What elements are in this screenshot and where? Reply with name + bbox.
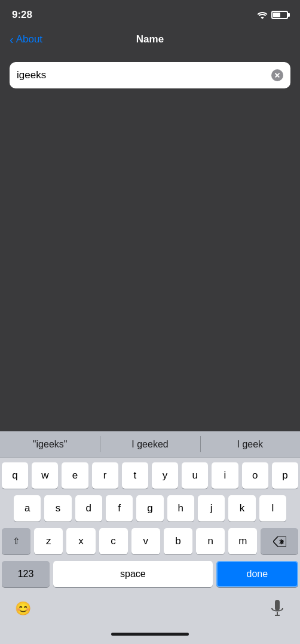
key-row-3: ⇧ z x c v b n m (2, 528, 298, 554)
home-indicator (0, 624, 300, 644)
key-k[interactable]: k (228, 495, 255, 522)
autocomplete-item-1[interactable]: I geeked (100, 431, 200, 457)
key-f[interactable]: f (106, 495, 133, 522)
status-bar: 9:28 (0, 0, 300, 26)
page-title: Name (136, 33, 164, 45)
bottom-bar: 😊 (0, 596, 300, 624)
name-input[interactable] (17, 69, 271, 81)
backspace-icon (273, 536, 286, 547)
key-w[interactable]: w (32, 462, 58, 489)
key-row-4: 123 space done (2, 561, 298, 587)
key-g[interactable]: g (136, 495, 163, 522)
status-icons (257, 11, 288, 19)
back-chevron-icon: ‹ (10, 33, 14, 45)
done-key[interactable]: done (216, 561, 298, 587)
key-r[interactable]: r (92, 462, 118, 489)
clear-button[interactable] (271, 69, 283, 81)
key-b[interactable]: b (164, 528, 192, 554)
key-a[interactable]: a (14, 495, 41, 522)
key-s[interactable]: s (44, 495, 71, 522)
key-z[interactable]: z (34, 528, 63, 554)
autocomplete-bar: "igeeks" I geeked I geek (0, 431, 300, 458)
emoji-key[interactable]: 😊 (10, 596, 36, 622)
shift-key[interactable]: ⇧ (2, 528, 30, 554)
key-e[interactable]: e (62, 462, 88, 489)
key-n[interactable]: n (196, 528, 225, 554)
autocomplete-item-2[interactable]: I geek (200, 431, 300, 457)
backspace-key[interactable] (261, 528, 298, 554)
key-l[interactable]: l (259, 495, 286, 522)
back-button[interactable]: ‹ About (10, 33, 42, 45)
key-row-2: a s d f g h j k l (2, 495, 298, 522)
key-c[interactable]: c (99, 528, 128, 554)
battery-icon (271, 11, 288, 19)
num-key[interactable]: 123 (2, 561, 50, 587)
svg-rect-2 (275, 600, 280, 611)
mic-key[interactable] (264, 596, 290, 622)
keyboard-area: "igeeks" I geeked I geek q w e r t y u i… (0, 431, 300, 644)
key-p[interactable]: p (272, 462, 298, 489)
nav-bar: ‹ About Name (0, 26, 300, 53)
key-q[interactable]: q (2, 462, 28, 489)
key-m[interactable]: m (228, 528, 257, 554)
autocomplete-item-0[interactable]: "igeeks" (0, 431, 100, 457)
key-i[interactable]: i (212, 462, 238, 489)
key-u[interactable]: u (182, 462, 208, 489)
home-bar (111, 633, 189, 636)
key-x[interactable]: x (66, 528, 95, 554)
key-o[interactable]: o (242, 462, 268, 489)
key-j[interactable]: j (198, 495, 225, 522)
status-time: 9:28 (12, 9, 32, 21)
key-v[interactable]: v (131, 528, 160, 554)
back-label: About (16, 33, 42, 45)
key-t[interactable]: t (122, 462, 148, 489)
mic-icon (271, 600, 284, 618)
name-input-container (10, 62, 290, 88)
wifi-icon (257, 11, 268, 19)
key-d[interactable]: d (75, 495, 102, 522)
key-y[interactable]: y (152, 462, 178, 489)
space-key[interactable]: space (53, 561, 213, 587)
content-area (0, 53, 300, 88)
key-row-1: q w e r t y u i o p (2, 462, 298, 489)
key-h[interactable]: h (167, 495, 194, 522)
keyboard-rows: q w e r t y u i o p a s d f g h j k l ⇧ … (0, 458, 300, 596)
